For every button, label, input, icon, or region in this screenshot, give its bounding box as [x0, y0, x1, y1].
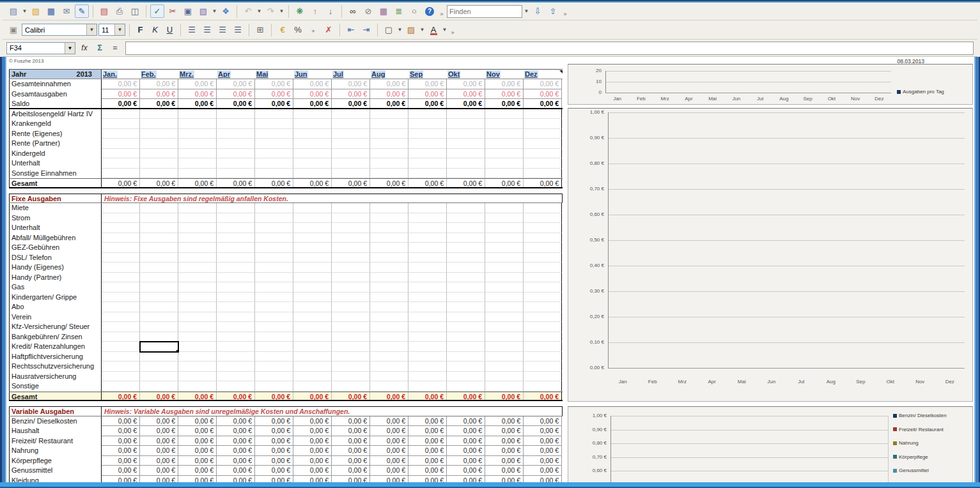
cell[interactable] — [524, 149, 562, 159]
cell[interactable]: 0,00 € — [255, 179, 293, 187]
cell[interactable] — [332, 119, 370, 129]
cell[interactable] — [293, 223, 332, 233]
cell[interactable] — [408, 332, 447, 342]
cell[interactable] — [524, 213, 562, 224]
help-icon[interactable]: ? — [423, 4, 437, 18]
cell[interactable] — [485, 213, 524, 224]
row-label[interactable]: Saldo — [9, 99, 102, 108]
edit-file-icon[interactable]: ✎ — [75, 4, 89, 18]
italic-button[interactable]: K — [148, 23, 162, 36]
row-label[interactable]: Nahrung — [9, 446, 102, 456]
cell[interactable] — [447, 223, 485, 233]
cell[interactable]: 0,00 € — [217, 79, 255, 89]
cell[interactable]: 0,00 € — [370, 416, 408, 427]
cell[interactable]: 0,00 € — [102, 416, 140, 427]
cell[interactable]: 0,00 € — [255, 89, 293, 100]
cell[interactable] — [140, 312, 178, 323]
row-label[interactable]: Strom — [9, 213, 102, 224]
cell[interactable] — [485, 203, 524, 213]
row-label[interactable]: Gas — [9, 282, 102, 293]
cell[interactable] — [332, 129, 370, 139]
cell[interactable] — [524, 293, 562, 303]
cell[interactable]: 0,00 € — [217, 446, 255, 456]
cell[interactable] — [485, 263, 524, 273]
row-label[interactable]: GEZ-Gebühren — [9, 243, 102, 253]
paste-icon[interactable]: ▧ — [196, 4, 210, 18]
cell[interactable] — [332, 342, 370, 352]
cell[interactable]: 0,00 € — [332, 466, 370, 476]
cell[interactable]: 0,00 € — [447, 99, 485, 108]
row-label[interactable]: Gesamteinnahmen — [9, 79, 102, 89]
cell[interactable] — [370, 352, 408, 362]
cell[interactable] — [217, 169, 255, 179]
cell[interactable] — [255, 322, 293, 332]
cell[interactable] — [293, 293, 332, 303]
cell[interactable] — [485, 273, 524, 283]
cell[interactable] — [217, 332, 255, 342]
cell[interactable] — [217, 293, 255, 303]
cell[interactable]: 0,00 € — [370, 446, 408, 456]
row-label[interactable]: DSL/ Telefon — [9, 253, 102, 263]
cell[interactable]: 0,00 € — [255, 446, 293, 456]
row-label[interactable]: Gesamt — [9, 392, 102, 400]
cell[interactable] — [140, 302, 178, 312]
cell[interactable]: 0,00 € — [217, 179, 255, 187]
delete-decimal-icon[interactable]: ✗ — [322, 23, 336, 36]
cell[interactable] — [408, 213, 447, 224]
cell[interactable] — [293, 312, 332, 323]
cell[interactable] — [370, 169, 408, 179]
cell[interactable] — [178, 149, 217, 159]
cell[interactable]: 0,00 € — [102, 476, 140, 483]
cell[interactable] — [140, 223, 178, 233]
year-header-cell[interactable]: Jahr2013 — [9, 70, 102, 79]
cell[interactable]: 0,00 € — [408, 89, 447, 100]
cell[interactable]: 0,00 € — [332, 79, 370, 89]
cell[interactable]: 0,00 € — [293, 179, 332, 187]
cell[interactable] — [217, 372, 255, 382]
cell[interactable] — [447, 362, 485, 372]
cell[interactable]: 0,00 € — [524, 89, 562, 100]
cell[interactable] — [217, 362, 255, 372]
row-label[interactable]: Arbeitslosengeld/ Hartz IV — [9, 109, 102, 119]
cell[interactable] — [255, 282, 293, 293]
cell[interactable] — [255, 119, 293, 129]
sort-ascending-icon[interactable]: ↑ — [308, 4, 322, 18]
cell[interactable] — [447, 372, 485, 382]
month-header-cell[interactable]: Aug — [370, 70, 408, 79]
section-title[interactable]: Fixe Ausgaben — [9, 194, 102, 203]
cell[interactable]: 0,00 € — [140, 436, 178, 446]
dropdown-arrow-icon[interactable]: ▼ — [22, 5, 27, 17]
cell[interactable] — [102, 243, 140, 253]
zoom-icon[interactable]: ○ — [407, 4, 421, 18]
cell[interactable] — [178, 322, 217, 332]
cell[interactable] — [293, 203, 332, 213]
cell[interactable] — [178, 381, 217, 392]
cell[interactable]: 0,00 € — [408, 392, 447, 400]
cell[interactable]: 0,00 € — [255, 476, 293, 483]
cell[interactable]: 0,00 € — [524, 79, 562, 89]
cell[interactable] — [255, 253, 293, 263]
cell[interactable] — [524, 312, 562, 323]
cell[interactable] — [332, 282, 370, 293]
cell[interactable] — [332, 362, 370, 372]
toolbar-overflow-icon[interactable]: » — [449, 24, 456, 36]
cell[interactable] — [332, 312, 370, 323]
month-header-cell[interactable]: Jan. — [102, 70, 140, 79]
cell[interactable] — [217, 381, 255, 392]
cell[interactable] — [102, 158, 140, 169]
month-header-cell[interactable]: Nov — [485, 70, 524, 79]
cell[interactable]: 0,00 € — [447, 436, 485, 446]
cell[interactable] — [217, 322, 255, 332]
cell[interactable]: 0,00 € — [217, 476, 255, 483]
cell[interactable] — [102, 139, 140, 149]
cell[interactable] — [524, 273, 562, 283]
cell[interactable] — [217, 263, 255, 273]
cell[interactable]: 0,00 € — [485, 89, 524, 100]
cell[interactable] — [447, 109, 485, 119]
month-header-cell[interactable]: Dez — [524, 70, 562, 79]
cell[interactable] — [255, 293, 293, 303]
cell[interactable] — [178, 139, 217, 149]
cell[interactable] — [293, 342, 332, 352]
cell[interactable]: 0,00 € — [293, 436, 332, 446]
merge-cells-icon[interactable]: ⊞ — [253, 23, 267, 36]
